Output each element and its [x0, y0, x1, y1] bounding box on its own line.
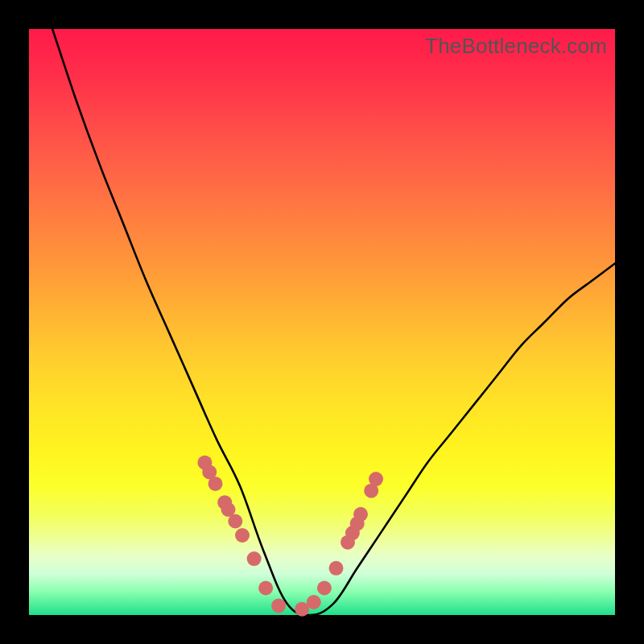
data-point-dot — [369, 472, 383, 486]
data-point-dot — [208, 477, 223, 491]
data-point-dot — [329, 561, 344, 576]
data-point-dot — [353, 507, 368, 522]
bottleneck-curve — [29, 29, 615, 615]
data-point-dot — [258, 581, 273, 596]
data-point-dot — [247, 551, 262, 566]
chart-frame: TheBottleneck.com — [0, 0, 644, 644]
data-point-dot — [271, 598, 286, 613]
data-point-dot — [317, 581, 332, 596]
data-point-dot — [228, 514, 242, 529]
data-point-dot — [235, 528, 250, 543]
chart-plot-area: TheBottleneck.com — [29, 29, 615, 615]
data-point-dot — [307, 595, 321, 609]
